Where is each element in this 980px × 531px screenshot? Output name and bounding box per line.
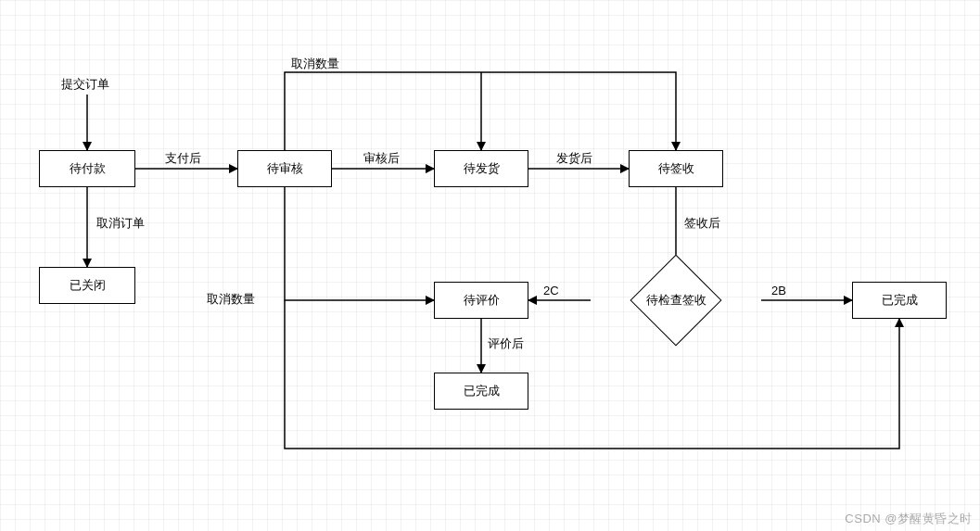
edge-cancel-order: 取消订单 <box>96 215 145 232</box>
node-pending-payment-text: 待付款 <box>70 160 106 177</box>
edge-cancel-qty-top: 取消数量 <box>291 56 339 72</box>
node-closed: 已关闭 <box>39 267 135 304</box>
node-check-receipt: 待检查签收 <box>591 289 761 311</box>
node-pending-receipt-text: 待签收 <box>658 160 694 177</box>
node-completed-small-text: 已完成 <box>464 383 500 399</box>
node-check-receipt-text: 待检查签收 <box>641 292 712 309</box>
node-completed-big-text: 已完成 <box>882 292 918 309</box>
node-pending-payment: 待付款 <box>39 150 135 187</box>
node-pending-evaluate-text: 待评价 <box>464 292 500 309</box>
watermark: CSDN @梦醒黄昏之时 <box>845 511 973 527</box>
flowchart-arrows <box>0 0 980 531</box>
node-completed-small: 已完成 <box>434 373 528 410</box>
edge-branch-2c: 2C <box>543 284 559 297</box>
node-pending-receipt: 待签收 <box>629 150 723 187</box>
node-pending-review: 待审核 <box>237 150 332 187</box>
start-label: 提交订单 <box>61 76 109 93</box>
node-closed-text: 已关闭 <box>70 277 106 294</box>
edge-after-payment: 支付后 <box>165 150 201 167</box>
node-pending-ship: 待发货 <box>434 150 528 187</box>
node-pending-evaluate: 待评价 <box>434 282 528 319</box>
edge-after-receipt: 签收后 <box>684 215 720 232</box>
edge-cancel-qty-left: 取消数量 <box>207 291 255 308</box>
edge-after-evaluate: 评价后 <box>488 335 524 352</box>
node-completed-big: 已完成 <box>852 282 947 319</box>
node-pending-ship-text: 待发货 <box>464 160 500 177</box>
edge-after-review: 审核后 <box>363 150 400 167</box>
node-pending-review-text: 待审核 <box>267 160 303 177</box>
edge-after-ship: 发货后 <box>556 150 592 167</box>
edge-branch-2b: 2B <box>771 284 786 297</box>
